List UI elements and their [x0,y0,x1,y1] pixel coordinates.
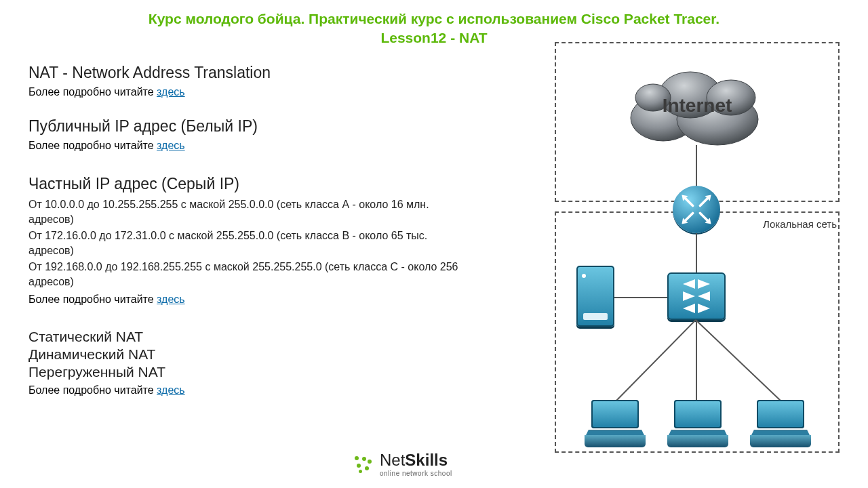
laptop-base-icon [585,435,646,447]
laptop-base-icon [750,435,811,447]
heading-nat: NAT - Network Address Translation [28,64,462,82]
wire-switch-lap1 [609,320,704,408]
brand-tagline: online network school [380,470,452,477]
more-public-ip: Более подробно читайте здесь [28,140,462,152]
brand-name-a: Net [380,451,405,469]
brand-name: NetSkills [380,451,452,470]
wire-cloud-router [696,145,697,188]
laptop-screen-icon [757,400,804,428]
content-column: NAT - Network Address Translation Более … [28,60,462,396]
nat-type-dynamic: Динамический NAT [28,346,462,363]
range-class-a: От 10.0.0.0 до 10.255.255.255 с маской 2… [28,197,462,227]
wire-router-switch [696,233,697,272]
link-private-ip[interactable]: здесь [157,293,185,305]
brand-name-b: Skills [405,451,448,469]
server-slot-icon [583,313,608,320]
title-line-1: Курс молодого бойца. Практический курс с… [0,9,868,28]
laptop-screen-icon [591,400,639,428]
more-prefix: Более подробно читайте [28,293,157,305]
more-nat-types: Более подробно читайте здесь [28,384,462,396]
more-prefix: Более подробно читайте [28,140,157,151]
wire-switch-server [614,297,667,298]
brand-logo: NetSkills online network school [353,451,452,477]
brand-text-wrap: NetSkills online network school [380,451,452,477]
more-nat: Более подробно читайте здесь [28,86,462,98]
nat-type-static: Статический NAT [28,329,462,345]
brand-logo-icon [353,454,373,474]
link-public-ip[interactable]: здесь [157,140,185,151]
link-nat-types[interactable]: здесь [157,384,185,396]
heading-public-ip: Публичный IP адрес (Белый IP) [28,117,462,136]
laptop-kbd-icon [586,430,644,435]
svg-line-10 [696,320,781,401]
switch [667,272,726,320]
server [576,266,614,327]
internet-cloud: Internet [616,57,778,152]
slide: Курс молодого бойца. Практический курс с… [0,0,868,488]
cloud-label: Internet [616,95,778,117]
switch-icon [667,272,726,320]
laptop-kbd-icon [751,430,810,435]
laptop-2 [667,400,728,447]
laptop-3 [750,400,811,447]
svg-line-9 [616,320,696,401]
private-ip-body: От 10.0.0.0 до 10.255.255.255 с маской 2… [28,197,462,289]
router-icon [678,191,715,228]
range-class-c: От 192.168.0.0 до 192.168.255.255 с маск… [28,260,462,289]
laptop-1 [585,400,646,447]
laptop-kbd-icon [669,430,727,435]
laptop-base-icon [667,435,728,447]
more-prefix: Более подробно читайте [28,384,157,396]
heading-private-ip: Частный IP адрес (Серый IP) [28,175,462,193]
wire-switch-lap3 [696,320,797,408]
network-diagram: Локальная сеть In [528,42,840,455]
server-led-icon [582,274,586,278]
range-class-b: От 172.16.0.0 до 172.31.0.0 с маской 255… [28,228,462,258]
router [673,186,720,233]
nat-type-overloaded: Перегруженный NAT [28,364,462,380]
more-private-ip: Более подробно читайте здесь [28,293,462,306]
link-nat[interactable]: здесь [157,86,185,98]
laptop-screen-icon [674,400,722,428]
more-prefix: Более подробно читайте [28,86,157,98]
lan-zone-label: Локальная сеть [763,218,837,230]
